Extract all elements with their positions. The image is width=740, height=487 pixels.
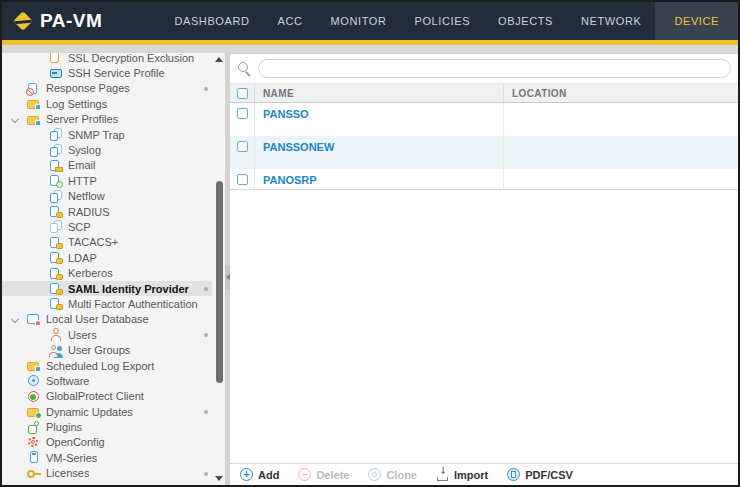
docs-icon xyxy=(49,144,63,157)
table-body: PANSSOPANSSONEWPANOSRP xyxy=(230,103,738,190)
row-location-cell xyxy=(504,103,738,136)
sidebar-item-label: RADIUS xyxy=(68,206,110,218)
sidebar-item-label: GlobalProtect Client xyxy=(46,390,144,402)
palo-alto-logo-icon xyxy=(13,11,33,31)
sidebar-item-syslog[interactable]: Syslog xyxy=(2,142,212,157)
column-header-location[interactable]: LOCATION xyxy=(504,84,738,102)
sidebar-item-label: SNMP Trap xyxy=(68,129,125,141)
scroll-up-icon[interactable] xyxy=(215,57,223,62)
row-name-link[interactable]: PANOSRP xyxy=(263,174,317,186)
sidebar-item-vm-series[interactable]: VM-Series xyxy=(2,450,212,465)
key-icon xyxy=(27,467,41,480)
search-input[interactable] xyxy=(258,59,731,78)
clone-button[interactable]: Clone xyxy=(368,468,417,482)
delete-circle-icon xyxy=(298,468,312,482)
sidebar-item-software[interactable]: Software xyxy=(2,373,212,388)
sidebar-item-users[interactable]: Users xyxy=(2,327,212,342)
collapse-panel-handle[interactable] xyxy=(225,265,230,289)
scroll-down-icon[interactable] xyxy=(215,476,223,481)
add-circle-icon xyxy=(240,468,254,482)
panel-splitter[interactable] xyxy=(225,53,230,485)
sidebar-item-multi-factor-authentication[interactable]: Multi Factor Authentication xyxy=(2,296,212,311)
tab-dashboard[interactable]: DASHBOARD xyxy=(160,2,263,40)
globe-gp-icon xyxy=(27,390,41,403)
column-header-name[interactable]: NAME xyxy=(254,84,504,102)
tab-monitor[interactable]: MONITOR xyxy=(317,2,401,40)
folder-blue-icon xyxy=(27,113,41,126)
sidebar-item-globalprotect-client[interactable]: GlobalProtect Client xyxy=(2,389,212,404)
sidebar-item-label: Netflow xyxy=(68,190,105,202)
sidebar-scrollbar[interactable] xyxy=(214,53,225,485)
row-name-link[interactable]: PANSSONEW xyxy=(263,141,334,153)
add-button[interactable]: Add xyxy=(240,468,279,482)
toolbar-button-label: Import xyxy=(454,469,488,481)
sidebar-item-label: Local User Database xyxy=(46,313,149,325)
doc-lock-icon xyxy=(49,205,63,218)
clone-circle-icon xyxy=(368,468,382,482)
sidebar-item-label: SCP xyxy=(68,221,91,233)
sidebar-item-openconfig[interactable]: OpenConfig xyxy=(2,435,212,450)
sidebar-item-label: TACACS+ xyxy=(68,236,118,248)
sidebar-item-netflow[interactable]: Netflow xyxy=(2,189,212,204)
docs-icon xyxy=(49,128,63,141)
sidebar-item-label: LDAP xyxy=(68,252,97,264)
row-checkbox[interactable] xyxy=(237,174,248,185)
puzzle-icon xyxy=(27,421,41,434)
row-checkbox[interactable] xyxy=(237,108,248,119)
main-panel: NAME LOCATION PANSSOPANSSONEWPANOSRP Add… xyxy=(230,53,738,485)
sidebar-item-http[interactable]: HTTP xyxy=(2,173,212,188)
toolbar-button-label: PDF/CSV xyxy=(525,469,573,481)
select-all-checkbox[interactable] xyxy=(237,88,248,99)
device-tree: SSL Decryption ExclusionSSH Service Prof… xyxy=(2,53,225,485)
sidebar-item-user-groups[interactable]: User Groups xyxy=(2,342,212,357)
scrollbar-thumb[interactable] xyxy=(216,181,223,383)
sidebar-item-kerberos[interactable]: Kerberos xyxy=(2,265,212,280)
expand-chevron-icon[interactable] xyxy=(11,314,19,322)
sidebar-item-ssl-decryption-exclusion[interactable]: SSL Decryption Exclusion xyxy=(2,53,212,65)
delete-button[interactable]: Delete xyxy=(298,468,349,482)
pdf-csv-button[interactable]: PDF/CSV xyxy=(507,468,573,482)
row-checkbox[interactable] xyxy=(237,141,248,152)
pa-vm-window: PA-VM DASHBOARDACCMONITORPOLICIESOBJECTS… xyxy=(0,0,740,487)
row-name-link[interactable]: PANSSO xyxy=(263,108,309,120)
folder-green-icon xyxy=(27,405,41,418)
sidebar-item-scheduled-log-export[interactable]: Scheduled Log Export xyxy=(2,358,212,373)
sidebar-item-radius[interactable]: RADIUS xyxy=(2,204,212,219)
sidebar-item-label: User Groups xyxy=(68,344,130,356)
sidebar-item-licenses[interactable]: Licenses xyxy=(2,466,212,481)
tab-device[interactable]: DEVICE xyxy=(655,2,738,40)
sidebar: SSL Decryption ExclusionSSH Service Prof… xyxy=(2,53,225,485)
table-row: PANSSO xyxy=(230,103,738,136)
status-dot xyxy=(204,410,208,414)
sidebar-item-log-settings[interactable]: Log Settings xyxy=(2,96,212,111)
tab-acc[interactable]: ACC xyxy=(264,2,317,40)
tab-objects[interactable]: OBJECTS xyxy=(484,2,567,40)
import-tray-icon xyxy=(436,468,450,482)
sidebar-item-snmp-trap[interactable]: SNMP Trap xyxy=(2,127,212,142)
tab-network[interactable]: NETWORK xyxy=(567,2,655,40)
sidebar-item-saml-identity-provider[interactable]: SAML Identity Provider xyxy=(2,281,212,296)
sidebar-item-scp[interactable]: SCP xyxy=(2,219,212,234)
toolbar-button-label: Delete xyxy=(316,469,349,481)
docs-light-icon xyxy=(49,220,63,233)
sidebar-item-partially-visible[interactable] xyxy=(2,481,212,485)
sidebar-item-label: HTTP xyxy=(68,175,97,187)
import-button[interactable]: Import xyxy=(436,468,488,482)
sidebar-item-dynamic-updates[interactable]: Dynamic Updates xyxy=(2,404,212,419)
tab-policies[interactable]: POLICIES xyxy=(401,2,485,40)
sidebar-item-response-pages[interactable]: Response Pages xyxy=(2,81,212,96)
sidebar-item-server-profiles[interactable]: Server Profiles xyxy=(2,112,212,127)
sidebar-item-email[interactable]: Email xyxy=(2,158,212,173)
sidebar-item-label: Syslog xyxy=(68,144,101,156)
sidebar-item-tacacs[interactable]: TACACS+ xyxy=(2,235,212,250)
expand-chevron-icon[interactable] xyxy=(11,114,19,122)
sidebar-item-plugins[interactable]: Plugins xyxy=(2,419,212,434)
status-dot xyxy=(204,87,208,91)
table-row: PANOSRP xyxy=(230,169,738,190)
sidebar-item-local-user-database[interactable]: Local User Database xyxy=(2,312,212,327)
sidebar-item-ldap[interactable]: LDAP xyxy=(2,250,212,265)
sidebar-item-label: Scheduled Log Export xyxy=(46,360,154,372)
sidebar-item-ssh-service-profile[interactable]: SSH Service Profile xyxy=(2,65,212,80)
doc-mail-icon xyxy=(49,159,63,172)
doc-globe-icon xyxy=(49,174,63,187)
